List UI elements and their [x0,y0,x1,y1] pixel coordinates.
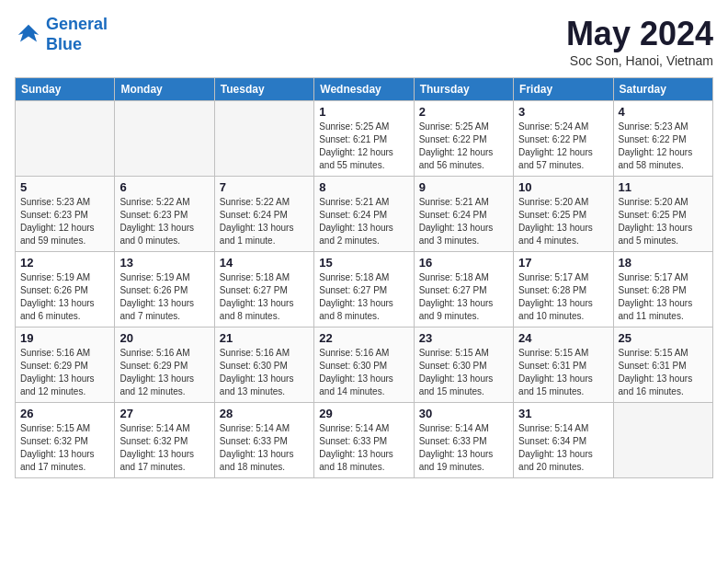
column-header-tuesday: Tuesday [214,78,313,101]
day-number: 3 [518,105,608,119]
main-title: May 2024 [566,15,713,53]
day-cell: 29Sunrise: 5:14 AMSunset: 6:33 PMDayligh… [314,403,414,478]
day-number: 21 [220,331,309,345]
column-header-wednesday: Wednesday [314,78,414,101]
day-cell: 1Sunrise: 5:25 AMSunset: 6:21 PMDaylight… [314,101,414,177]
day-number: 8 [319,180,408,194]
day-info: Sunrise: 5:21 AMSunset: 6:24 PMDaylight:… [419,196,508,247]
day-cell [214,101,313,177]
day-cell: 26Sunrise: 5:15 AMSunset: 6:32 PMDayligh… [16,403,115,478]
day-number: 28 [220,407,309,420]
day-number: 4 [619,105,708,119]
week-row-4: 19Sunrise: 5:16 AMSunset: 6:29 PMDayligh… [16,327,713,403]
day-number: 26 [20,407,109,420]
day-cell: 8Sunrise: 5:21 AMSunset: 6:24 PMDaylight… [314,177,414,252]
svg-marker-0 [18,24,40,41]
day-number: 1 [319,105,408,119]
day-info: Sunrise: 5:15 AMSunset: 6:31 PMDaylight:… [619,347,708,398]
day-number: 31 [518,407,608,420]
day-number: 10 [518,180,608,194]
day-number: 6 [119,180,209,194]
day-cell: 21Sunrise: 5:16 AMSunset: 6:30 PMDayligh… [214,327,313,403]
day-cell: 2Sunrise: 5:25 AMSunset: 6:22 PMDaylight… [414,101,513,177]
day-cell: 10Sunrise: 5:20 AMSunset: 6:25 PMDayligh… [514,177,613,252]
day-cell: 11Sunrise: 5:20 AMSunset: 6:25 PMDayligh… [613,177,712,252]
day-cell: 3Sunrise: 5:24 AMSunset: 6:22 PMDaylight… [514,101,613,177]
day-number: 12 [20,256,109,270]
day-number: 17 [518,256,608,270]
day-info: Sunrise: 5:22 AMSunset: 6:23 PMDaylight:… [119,196,209,247]
day-number: 25 [619,331,708,345]
page-header: General Blue May 2024 Soc Son, Hanoi, Vi… [15,15,713,68]
day-cell: 30Sunrise: 5:14 AMSunset: 6:33 PMDayligh… [414,403,513,478]
day-number: 23 [419,331,508,345]
day-number: 16 [419,256,508,270]
day-number: 20 [119,331,209,345]
day-info: Sunrise: 5:15 AMSunset: 6:31 PMDaylight:… [518,347,608,398]
day-cell: 20Sunrise: 5:16 AMSunset: 6:29 PMDayligh… [115,327,214,403]
day-info: Sunrise: 5:14 AMSunset: 6:33 PMDaylight:… [319,422,408,474]
day-cell: 15Sunrise: 5:18 AMSunset: 6:27 PMDayligh… [314,252,414,327]
day-number: 29 [319,407,408,420]
day-info: Sunrise: 5:19 AMSunset: 6:26 PMDaylight:… [20,271,109,323]
day-info: Sunrise: 5:25 AMSunset: 6:22 PMDaylight:… [419,121,508,172]
day-cell: 4Sunrise: 5:23 AMSunset: 6:22 PMDaylight… [613,101,712,177]
day-cell: 14Sunrise: 5:18 AMSunset: 6:27 PMDayligh… [214,252,313,327]
logo-line2: Blue [46,35,82,53]
title-area: May 2024 Soc Son, Hanoi, Vietnam [566,15,713,68]
day-cell [613,403,712,478]
day-number: 14 [220,256,309,270]
day-info: Sunrise: 5:20 AMSunset: 6:25 PMDaylight:… [518,196,608,247]
column-header-thursday: Thursday [414,78,513,101]
logo-icon [15,21,42,49]
day-cell: 6Sunrise: 5:22 AMSunset: 6:23 PMDaylight… [115,177,214,252]
day-number: 15 [319,256,408,270]
day-number: 11 [619,180,708,194]
day-info: Sunrise: 5:14 AMSunset: 6:33 PMDaylight:… [419,422,508,474]
day-cell: 22Sunrise: 5:16 AMSunset: 6:30 PMDayligh… [314,327,414,403]
day-info: Sunrise: 5:16 AMSunset: 6:30 PMDaylight:… [319,347,408,398]
day-info: Sunrise: 5:14 AMSunset: 6:34 PMDaylight:… [518,422,608,474]
day-cell: 18Sunrise: 5:17 AMSunset: 6:28 PMDayligh… [613,252,712,327]
day-info: Sunrise: 5:16 AMSunset: 6:29 PMDaylight:… [20,347,109,398]
day-cell: 9Sunrise: 5:21 AMSunset: 6:24 PMDaylight… [414,177,513,252]
week-row-5: 26Sunrise: 5:15 AMSunset: 6:32 PMDayligh… [16,403,713,478]
day-info: Sunrise: 5:21 AMSunset: 6:24 PMDaylight:… [319,196,408,247]
week-row-3: 12Sunrise: 5:19 AMSunset: 6:26 PMDayligh… [16,252,713,327]
day-cell: 16Sunrise: 5:18 AMSunset: 6:27 PMDayligh… [414,252,513,327]
day-cell: 25Sunrise: 5:15 AMSunset: 6:31 PMDayligh… [613,327,712,403]
day-info: Sunrise: 5:18 AMSunset: 6:27 PMDaylight:… [220,271,309,323]
subtitle: Soc Son, Hanoi, Vietnam [566,53,713,68]
day-cell: 24Sunrise: 5:15 AMSunset: 6:31 PMDayligh… [514,327,613,403]
day-info: Sunrise: 5:17 AMSunset: 6:28 PMDaylight:… [619,271,708,323]
logo: General Blue [15,15,108,54]
day-cell: 5Sunrise: 5:23 AMSunset: 6:23 PMDaylight… [16,177,115,252]
day-cell: 23Sunrise: 5:15 AMSunset: 6:30 PMDayligh… [414,327,513,403]
day-cell: 13Sunrise: 5:19 AMSunset: 6:26 PMDayligh… [115,252,214,327]
day-info: Sunrise: 5:22 AMSunset: 6:24 PMDaylight:… [220,196,309,247]
day-cell: 12Sunrise: 5:19 AMSunset: 6:26 PMDayligh… [16,252,115,327]
day-number: 30 [419,407,508,420]
day-number: 24 [518,331,608,345]
logo-text: General Blue [46,15,108,54]
day-info: Sunrise: 5:25 AMSunset: 6:21 PMDaylight:… [319,121,408,172]
week-row-1: 1Sunrise: 5:25 AMSunset: 6:21 PMDaylight… [16,101,713,177]
day-cell: 17Sunrise: 5:17 AMSunset: 6:28 PMDayligh… [514,252,613,327]
day-number: 18 [619,256,708,270]
day-info: Sunrise: 5:15 AMSunset: 6:32 PMDaylight:… [20,422,109,474]
day-number: 22 [319,331,408,345]
day-cell [115,101,214,177]
day-number: 5 [20,180,109,194]
day-info: Sunrise: 5:19 AMSunset: 6:26 PMDaylight:… [119,271,209,323]
week-row-2: 5Sunrise: 5:23 AMSunset: 6:23 PMDaylight… [16,177,713,252]
day-cell: 27Sunrise: 5:14 AMSunset: 6:32 PMDayligh… [115,403,214,478]
day-number: 9 [419,180,508,194]
day-info: Sunrise: 5:20 AMSunset: 6:25 PMDaylight:… [619,196,708,247]
day-info: Sunrise: 5:16 AMSunset: 6:30 PMDaylight:… [220,347,309,398]
day-cell: 7Sunrise: 5:22 AMSunset: 6:24 PMDaylight… [214,177,313,252]
logo-line1: General [46,15,108,33]
day-number: 13 [119,256,209,270]
day-number: 27 [119,407,209,420]
day-cell: 31Sunrise: 5:14 AMSunset: 6:34 PMDayligh… [514,403,613,478]
day-info: Sunrise: 5:23 AMSunset: 6:23 PMDaylight:… [20,196,109,247]
